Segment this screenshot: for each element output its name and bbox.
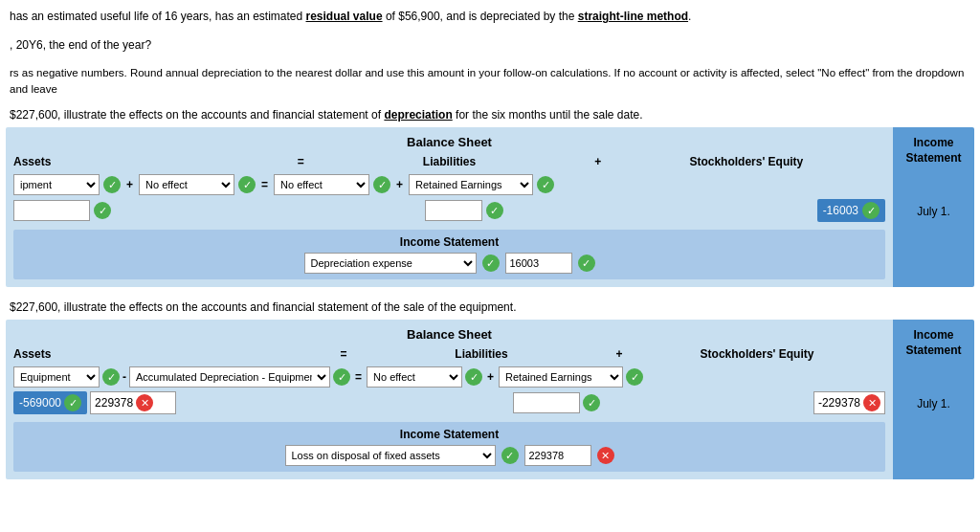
section1-retained-val-check[interactable]: ✓ (862, 202, 880, 219)
section2-wrapper: Balance Sheet Assets = Liabilities + Sto… (6, 320, 974, 479)
section1-noeffect1-dropdown[interactable]: No effect (139, 174, 234, 195)
instruction-text: rs as negative numbers. Round annual dep… (0, 57, 980, 102)
section2-asset1-check[interactable]: ✓ (102, 368, 120, 386)
section2-asset2-check[interactable]: ✓ (333, 368, 350, 386)
assets-label: Assets (13, 155, 291, 168)
section1-income-dropdown[interactable]: Depreciation expense (304, 253, 477, 274)
section1-plus2: + (394, 178, 405, 191)
section1-asset-check[interactable]: ✓ (103, 176, 121, 193)
top-text-line2: , 20Y6, the end of the year? (0, 29, 980, 57)
section1-values-row: ✓ ✓ -16003 ✓ (13, 199, 885, 222)
section2-side-panel: IncomeStatement July 1. (893, 320, 974, 479)
section2-asset2-val-cross[interactable]: ✕ (136, 394, 153, 411)
section2-retained-value-box: -229378 ✕ (813, 391, 885, 414)
section2-stockholders-label: Stockholders' Equity (629, 347, 885, 361)
section2-side-label: IncomeStatement (905, 327, 961, 360)
section2-col-headers: Assets = Liabilities + Stockholders' Equ… (13, 347, 885, 361)
section1-eq1: = (259, 178, 270, 191)
section2-asset2-value-box: 229378 ✕ (90, 391, 176, 414)
section2-noeffect-check[interactable]: ✓ (465, 368, 482, 386)
section1-plus1: + (124, 178, 135, 191)
residual-value-text: residual value (306, 10, 383, 23)
depreciation-text: depreciation (384, 108, 452, 122)
section1-noeffect1-check[interactable]: ✓ (238, 176, 256, 193)
section2-eq-symbol: = (334, 347, 353, 361)
section2-retained-check[interactable]: ✓ (626, 368, 643, 386)
section1-liab-val-check[interactable]: ✓ (486, 202, 503, 219)
section1-side-panel: IncomeStatement July 1. (893, 127, 974, 287)
section1-date-label: July 1. (917, 205, 950, 218)
section2-asset1-dropdown[interactable]: Equipment (13, 366, 100, 388)
section1-noeffect2-dropdown[interactable]: No effect (274, 174, 369, 195)
section1-income-value[interactable] (505, 253, 572, 274)
section2-plus1: + (485, 370, 496, 384)
plus-symbol-1: + (589, 155, 608, 168)
section1-retained-check[interactable]: ✓ (537, 176, 554, 193)
section2-retained-val-cross[interactable]: ✕ (863, 394, 880, 411)
section1-retained-value-box: -16003 ✓ (817, 199, 885, 222)
section1-col-headers: Assets = Liabilities + Stockholders' Equ… (13, 155, 885, 168)
section2-label: $227,600, illustrate the effects on the … (0, 295, 980, 318)
section2-income-val-cross[interactable]: ✕ (597, 447, 614, 464)
section1-wrapper: Balance Sheet Assets = Liabilities + Sto… (6, 127, 974, 287)
section1-main-panel: Balance Sheet Assets = Liabilities + Sto… (6, 127, 893, 287)
section2-income-value[interactable] (524, 445, 591, 466)
section2-noeffect-dropdown[interactable]: No effect (367, 366, 462, 388)
section1-income-panel: Income Statement Depreciation expense ✓ … (13, 230, 885, 279)
section2-liab-val-check[interactable]: ✓ (583, 394, 600, 411)
section1-dropdown-row: ipment ✓ + No effect ✓ = No effect ✓ + R… (13, 174, 885, 195)
section2-date-label: July 1. (917, 397, 950, 410)
section1-retained-dropdown[interactable]: Retained Earnings (409, 174, 533, 195)
section2-income-dropdown[interactable]: Loss on disposal of fixed assets (285, 445, 496, 466)
section1-income-header: Income Statement (19, 235, 880, 249)
liabilities-label: Liabilities (310, 155, 588, 168)
section2-asset1-value-box: -569000 ✓ (13, 391, 87, 414)
section1-income-val-check[interactable]: ✓ (578, 255, 595, 272)
section2-asset1-val: -569000 (19, 396, 61, 410)
section2-liabilities-label: Liabilities (353, 347, 610, 361)
section2-asset2-val: 229378 (95, 396, 133, 410)
section2-assets-label: Assets (13, 347, 334, 361)
section1-liab-value[interactable] (425, 200, 482, 221)
section2-plus-symbol: + (610, 347, 629, 361)
section2-minus: - (122, 370, 126, 384)
top-text-line1: has an estimated useful life of 16 years… (0, 0, 980, 29)
section2-income-row: Loss on disposal of fixed assets ✓ ✕ (19, 445, 880, 466)
section1-asset-dropdown[interactable]: ipment (13, 174, 100, 195)
stockholders-label-1: Stockholders' Equity (608, 155, 885, 168)
section1-asset-value[interactable] (13, 200, 90, 221)
section2-asset2-dropdown[interactable]: Accumulated Depreciation - Equipment (129, 366, 330, 388)
section2-balance-sheet-header: Balance Sheet (13, 327, 885, 342)
section1-noeffect2-check[interactable]: ✓ (373, 176, 390, 193)
section1-label: $227,600, illustrate the effects on the … (0, 102, 980, 125)
section1-retained-val: -16003 (823, 204, 858, 217)
section1-side-label: IncomeStatement (905, 135, 961, 167)
section2-dropdown-row: Equipment ✓ - Accumulated Depreciation -… (13, 366, 885, 388)
section1-balance-sheet-header: Balance Sheet (13, 135, 885, 149)
section1-asset-val-check[interactable]: ✓ (94, 202, 111, 219)
section1-income-row: Depreciation expense ✓ ✓ (19, 253, 880, 274)
section2-asset1-val-check[interactable]: ✓ (64, 394, 81, 411)
section2-retained-dropdown[interactable]: Retained Earnings (499, 366, 623, 388)
section2-income-panel: Income Statement Loss on disposal of fix… (13, 422, 885, 472)
section2-main-panel: Balance Sheet Assets = Liabilities + Sto… (6, 320, 893, 479)
section2-income-header: Income Statement (19, 428, 880, 441)
section2-liab-value[interactable] (513, 392, 580, 413)
section2-values-row: -569000 ✓ 229378 ✕ ✓ -229378 ✕ (13, 391, 885, 414)
straight-line-text: straight-line method (578, 10, 688, 23)
eq-symbol-1: = (291, 155, 310, 168)
section2-income-check[interactable]: ✓ (501, 447, 519, 464)
section2-eq1: = (353, 370, 364, 384)
section2-retained-val: -229378 (818, 396, 860, 410)
section1-income-check[interactable]: ✓ (482, 255, 500, 272)
